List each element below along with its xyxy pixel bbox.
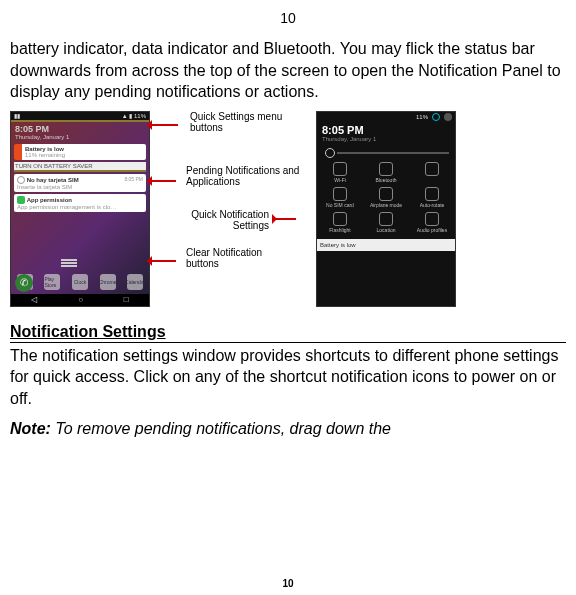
dnd-icon [425, 162, 439, 176]
battery-low-card[interactable]: Battery is low [317, 239, 455, 251]
figure-row: ▮▮▲ ▮ 11% 8:05 PM Thursday, January 1 Ba… [10, 111, 566, 319]
note-body: To remove pending notifications, drag do… [51, 420, 391, 437]
dock-app[interactable]: Calendar [127, 274, 143, 290]
tile-wifi[interactable]: Wi-Fi [317, 162, 363, 183]
sim-time: 8:05 PM [124, 176, 143, 182]
audio-icon [425, 212, 439, 226]
user-icon[interactable] [444, 113, 452, 121]
section-heading: Notification Settings [10, 323, 566, 343]
label-pending-notifications: Pending Notifications and Applications [186, 165, 301, 188]
label-quick-notification-settings: Quick Notification Settings [174, 209, 269, 232]
signal-icon [333, 187, 347, 201]
clear-all-icon[interactable] [61, 262, 77, 264]
wifi-icon [333, 162, 347, 176]
tile-bluetooth[interactable]: Bluetooth [363, 162, 409, 183]
phone2-screen: 11% 8:05 PM Thursday, January 1 Wi-Fi Bl… [316, 111, 456, 307]
airplane-icon [379, 187, 393, 201]
app-perm-card[interactable]: App permission App permission management… [14, 194, 146, 212]
home-icon[interactable]: ○ [78, 295, 83, 304]
phone-right: 11% 8:05 PM Thursday, January 1 Wi-Fi Bl… [316, 111, 456, 307]
sim-icon [17, 176, 25, 184]
location-icon [379, 212, 393, 226]
label-quick-settings-menu: Quick Settings menu buttons [190, 111, 300, 134]
date-text: Thursday, January 1 [15, 134, 145, 140]
dock-app[interactable]: Chrome [100, 274, 116, 290]
sim-card[interactable]: No hay tarjeta SIM 8:05 PM Inserte la ta… [14, 174, 146, 192]
note-line: Note: To remove pending notifications, d… [10, 418, 566, 440]
status-bar-2: 11% [317, 112, 455, 122]
recents-icon[interactable]: □ [124, 295, 129, 304]
quick-settings-grid: Wi-Fi Bluetooth No SIM card Airplane mod… [317, 158, 455, 239]
app-title: App permission [27, 196, 72, 202]
dock-app[interactable]: Play Store [44, 274, 60, 290]
labels-column: Quick Settings menu buttons Pending Noti… [156, 111, 306, 319]
page-number-bottom: 10 [0, 578, 576, 589]
battery-card[interactable]: Battery is low 11% remaining [14, 144, 146, 160]
sim-sub: Inserte la tarjeta SIM [17, 184, 143, 190]
rotate-icon [425, 187, 439, 201]
tile-rotate[interactable]: Auto-rotate [409, 187, 455, 208]
page-number-top: 10 [10, 10, 566, 26]
phone1-screen: ▮▮▲ ▮ 11% 8:05 PM Thursday, January 1 Ba… [10, 111, 150, 307]
note-label: Note: [10, 420, 51, 437]
status-bar: ▮▮▲ ▮ 11% [11, 112, 149, 122]
flashlight-icon [333, 212, 347, 226]
battery-pct: 11% [416, 114, 428, 120]
phone-fab[interactable]: ✆ [15, 274, 33, 292]
tile-sim[interactable]: No SIM card [317, 187, 363, 208]
tile-empty[interactable] [409, 162, 455, 183]
time-text: 8:05 PM [15, 124, 145, 134]
battery-saver-link[interactable]: TURN ON BATTERY SAVER [14, 162, 146, 172]
battery-sub: 11% remaining [25, 152, 143, 158]
sim-title: No hay tarjeta SIM [27, 176, 79, 182]
tile-flashlight[interactable]: Flashlight [317, 212, 363, 233]
intro-paragraph: battery indicator, data indicator and Bl… [10, 38, 566, 103]
tile-location[interactable]: Location [363, 212, 409, 233]
brightness-icon [325, 148, 335, 158]
panel-header: 8:05 PM Thursday, January 1 [11, 122, 149, 142]
dock-app[interactable]: Clock [72, 274, 88, 290]
brightness-slider[interactable] [323, 150, 449, 156]
app-sub: App permission management is clo… [17, 204, 143, 210]
bluetooth-icon [379, 162, 393, 176]
label-clear-notification: Clear Notification buttons [186, 247, 296, 270]
back-icon[interactable]: ◁ [31, 295, 37, 304]
shield-icon [17, 196, 25, 204]
panel-header-2: 8:05 PM Thursday, January 1 [317, 122, 455, 144]
tile-audio[interactable]: Audio profiles [409, 212, 455, 233]
phone-left: ▮▮▲ ▮ 11% 8:05 PM Thursday, January 1 Ba… [10, 111, 150, 307]
time-text-2: 8:05 PM [322, 124, 450, 136]
tile-airplane[interactable]: Airplane mode [363, 187, 409, 208]
date-text-2: Thursday, January 1 [322, 136, 450, 142]
section-body: The notification settings window provide… [10, 345, 566, 410]
nav-bar: ◁○□ [11, 294, 149, 306]
gear-icon[interactable] [432, 113, 440, 121]
